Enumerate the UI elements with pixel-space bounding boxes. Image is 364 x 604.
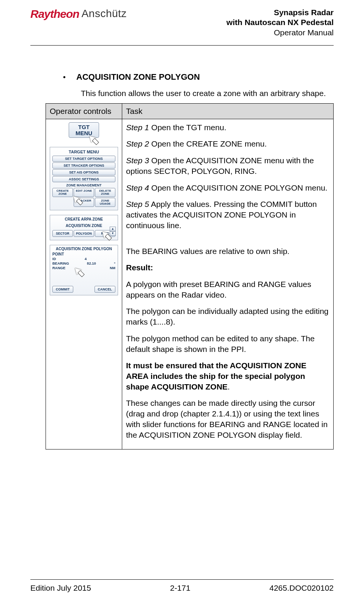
doc-title-line3: Operator Manual: [227, 28, 334, 38]
polygon-row-bearing: BEARING 82.10 °: [52, 261, 115, 265]
step-4: Step 4 Open the ACQUISITION ZONE POLYGON…: [126, 183, 329, 193]
header-rule: [30, 45, 334, 46]
polygon-button[interactable]: POLYGON: [74, 230, 94, 237]
footer-edition: Edition July 2015: [30, 583, 91, 593]
spin-up-icon[interactable]: ▲: [110, 227, 116, 231]
tgt-menu-line1: TGT: [69, 124, 99, 130]
target-menu-panel: TARGET MENU SET TARGET OPTIONS SET TRACK…: [50, 147, 118, 210]
point-label: POINT: [52, 252, 115, 256]
create-zone-button[interactable]: CREATE ZONE: [52, 188, 73, 197]
step-5: Step 5 Apply the values. Pressing the CO…: [126, 199, 329, 230]
create-arpa-zone-panel: CREATE ARPA ZONE ACQUISITION ZONE ▲ ▼ SE…: [50, 215, 118, 240]
commit-button[interactable]: COMMIT: [52, 286, 73, 293]
assoc-settings-button[interactable]: ASSOC SETTINGS: [52, 176, 115, 182]
delete-zone-button[interactable]: DELETE ZONE: [95, 188, 115, 197]
operator-controls-cell: TGT MENU TARGET MENU SET TARGET OPTIONS …: [46, 119, 122, 449]
zone-usage-button[interactable]: ZONE USAGE: [95, 198, 115, 207]
doc-title-line2: with Nautoscan NX Pedestal: [227, 17, 334, 27]
step-3: Step 3 Open the ACQUISITION ZONE menu wi…: [126, 155, 329, 176]
th-task: Task: [122, 103, 334, 119]
bearing-unit: °: [114, 261, 115, 265]
id-value: 4: [85, 257, 87, 261]
result-5: These changes can be made directly using…: [126, 398, 329, 440]
result-1: A polygon with preset BEARING and RANGE …: [126, 279, 329, 300]
result-heading: Result:: [126, 262, 329, 273]
tgt-menu-button[interactable]: TGT MENU: [69, 122, 99, 138]
footer-page-number: 2-171: [170, 583, 191, 593]
polygon-panel-title: ACQUISITION ZONE POLYGON: [52, 247, 115, 251]
range-label: RANGE: [52, 266, 65, 270]
brand-raytheon: Raytheon: [30, 8, 79, 21]
step-1: Step 1 Open the TGT menu.: [126, 122, 329, 133]
footer-doc-id: 4265.DOC020102: [269, 583, 334, 593]
target-menu-title: TARGET MENU: [52, 150, 116, 154]
page-footer: Edition July 2015 2-171 4265.DOC020102: [30, 580, 334, 593]
bullet-icon: •: [63, 73, 66, 81]
brand-logo: Raytheon Anschütz: [30, 8, 127, 21]
range-unit: NM: [110, 266, 115, 270]
set-target-options-button[interactable]: SET TARGET OPTIONS: [52, 156, 115, 162]
section-heading: • ACQUISITION ZONE POLYGON: [46, 72, 334, 82]
page-header: Raytheon Anschütz Synapsis Radar with Na…: [30, 8, 334, 41]
sector-button[interactable]: SECTOR: [52, 230, 73, 237]
arpa-title: CREATE ARPA ZONE: [52, 217, 116, 221]
polygon-row-id: ID 4: [52, 257, 115, 261]
section-intro: This function allows the user to create …: [81, 89, 334, 98]
zone-management-label: ZONE MANAGEMENT: [52, 183, 116, 187]
acquisition-zone-label: ACQUISITION ZONE: [52, 224, 116, 228]
bearing-value: 82.10: [87, 261, 96, 265]
set-ais-options-button[interactable]: SET AIS OPTIONS: [52, 169, 115, 175]
result-2: The polygon can be individually adapted …: [126, 306, 329, 327]
brand-anschutz: Anschütz: [82, 8, 127, 20]
procedure-table: Operator controls Task TGT MENU TARGET M…: [46, 103, 334, 450]
result-3: The polygon method can be edited to any …: [126, 333, 329, 354]
page-content: • ACQUISITION ZONE POLYGON This function…: [30, 72, 334, 450]
result-4: It must be ensured that the ACQUISITION …: [126, 360, 329, 392]
cancel-button[interactable]: CANCEL: [95, 286, 116, 293]
th-operator-controls: Operator controls: [46, 103, 122, 119]
doc-title-line1: Synapsis Radar: [227, 8, 334, 17]
id-label: ID: [52, 257, 56, 261]
bearing-label: BEARING: [52, 261, 69, 265]
bearing-note: The BEARING values are relative to own s…: [126, 246, 329, 257]
set-tracker-options-button[interactable]: SET TRACKER OPTIONS: [52, 162, 115, 169]
acquisition-zone-polygon-panel: ACQUISITION ZONE POLYGON POINT ID 4 BEAR…: [50, 245, 118, 295]
step-2: Step 2 Open the CREATE ZONE menu.: [126, 139, 329, 149]
document-title-block: Synapsis Radar with Nautoscan NX Pedesta…: [227, 8, 334, 38]
task-cell: Step 1 Open the TGT menu. Step 2 Open th…: [122, 119, 334, 449]
section-heading-text: ACQUISITION ZONE POLYGON: [76, 72, 200, 82]
